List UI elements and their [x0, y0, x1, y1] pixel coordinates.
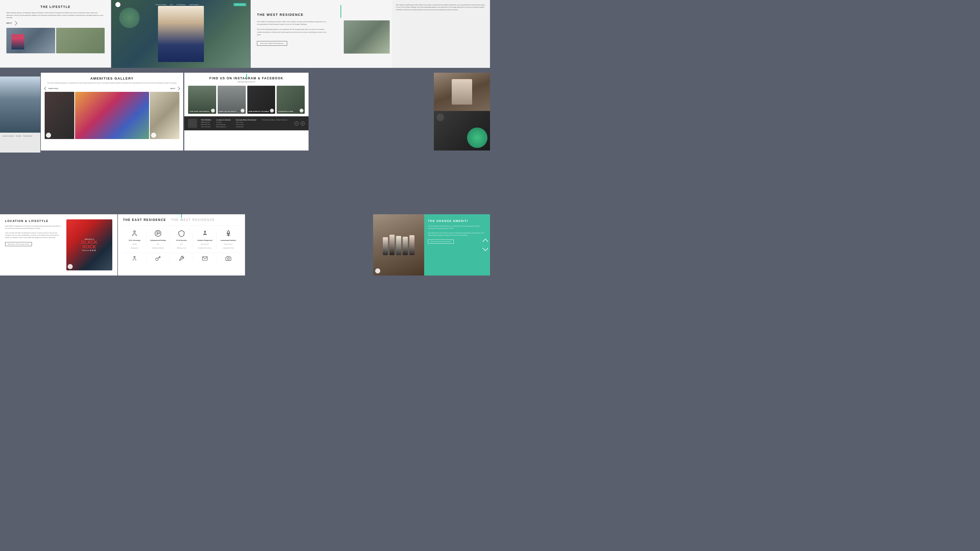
location-panel: LOCATION & LIFESTYLE South Dublin is arg… [0, 214, 118, 275]
nav-link-3[interactable]: East Residence [177, 4, 186, 5]
footer-col2-title: Location & Lifestyle [216, 119, 231, 121]
lifestyle-image-2 [56, 28, 105, 53]
amenities-gallery-panel: AMENITIES GALLERY Set in lush landscaped… [41, 73, 183, 151]
gallery-images [45, 92, 180, 139]
footer-rights: © 2022 Kennedy Wilson. All Rights Reserv… [261, 119, 287, 121]
playground-detail1: Plus Access to [201, 243, 209, 245]
east-residence-panel: THE EAST RESIDENCE THE WEST RESIDENCE 24… [118, 214, 245, 275]
footer-col-2: Location & Lifestyle Amenities East Resi… [216, 119, 231, 127]
west-residence-para2: Set in lush landscaped gardens, your apa… [257, 28, 328, 36]
playground-detail2: Residents' Only Access [198, 247, 212, 249]
gallery-nav: PREVIOUS NEXT [45, 87, 180, 90]
playground-name: Outdoor Playground [197, 239, 212, 241]
grange-prev-arrow[interactable] [483, 239, 488, 245]
discover-local-btn[interactable]: Discover The Local Area [5, 242, 32, 246]
west-residence-title: THE WEST RESIDENCE [257, 13, 386, 17]
svg-point-5 [134, 256, 135, 258]
social-logo-4 [300, 109, 304, 113]
gallery-prev-btn[interactable]: PREVIOUS [45, 87, 59, 90]
grange-discover-btn[interactable]: Discover Our Amenities [428, 240, 454, 244]
gym-top-image [434, 73, 490, 111]
grange-amenities-title: THE GRANGE AMENITI [428, 219, 486, 222]
location-text: LOCATION & LIFESTYLE South Dublin is arg… [5, 219, 62, 270]
bottom-icon-camera [217, 256, 240, 261]
footer-col2-link-2[interactable]: East Residences [216, 124, 231, 125]
hero-panel: Location & Lifestyle Rent East Residence… [111, 0, 250, 68]
grange-next-arrow[interactable] [483, 245, 488, 251]
grange-nav-arrows [484, 240, 487, 250]
social-card-1[interactable]: YOUR TEAM. YOUR SERVICE. [188, 86, 216, 114]
west-residence-tab[interactable]: THE WEST RESIDENCE [171, 218, 215, 222]
grange-logo [375, 268, 380, 273]
right-partial-panel: Don't settle for anything but the best. … [392, 0, 490, 68]
footer-phone: +353 1 255 1001 [201, 126, 211, 127]
gallery-next-btn[interactable]: NEXT [170, 87, 180, 90]
parking-icon [154, 230, 162, 237]
east-residence-title[interactable]: THE EAST RESIDENCE [123, 218, 166, 222]
svg-point-3 [204, 231, 205, 232]
amenities-gallery-title: AMENITIES GALLERY [45, 76, 180, 80]
nav-link-2[interactable]: Rent [170, 4, 173, 5]
footer-col3-link-3[interactable]: Cookie Policy [236, 126, 256, 127]
gardens-detail1: Plus Access to [224, 243, 232, 245]
footer-col2-link-3[interactable]: West Residences [216, 126, 231, 127]
social-card-4[interactable]: A ROOM WITH A VIEW... [277, 86, 305, 114]
next-arrow-icon [13, 21, 17, 25]
location-title: LOCATION & LIFESTYLE [5, 219, 62, 222]
footer-col-1: THE GRANGE Stillorgan Road Dublin A94 X2… [201, 119, 211, 127]
blackrock-name: BLACKROCK [81, 240, 97, 249]
gardens-icon [224, 230, 232, 237]
concierge-icon [130, 230, 138, 237]
lifestyle-images [6, 28, 105, 53]
footer-col3-link-1[interactable]: View on Daft [236, 121, 256, 123]
lifestyle-next-btn[interactable]: NEXT [6, 22, 105, 25]
accent-line [340, 5, 341, 18]
discover-west-btn[interactable]: Discover West Residence [257, 41, 287, 46]
location-logo [68, 264, 73, 269]
hero-nav-links: Location & Lifestyle Rent East Residence… [155, 4, 199, 5]
svg-point-0 [134, 231, 135, 233]
gallery-image-3 [150, 92, 180, 139]
instagram-icon[interactable]: ◻ [301, 121, 305, 125]
grange-amenities-para1: At The Grange by Kennedy Wilson, our ame… [428, 225, 486, 230]
parking-detail1: 24/7 [157, 243, 159, 245]
bottom-icon-tool [170, 256, 193, 261]
interior-nav-link-3[interactable]: East Residence [23, 135, 32, 137]
interior-nav-link-2[interactable]: Amenities [16, 135, 21, 137]
west-residence-image [344, 21, 390, 54]
social-card-3[interactable]: HOME WORKOUT? NO SWEAT. [247, 86, 275, 114]
bottom-icon-person [123, 256, 146, 261]
grid-container: THE LIFESTYLE Within walking distance of… [0, 0, 490, 275]
facebook-icon[interactable]: f [294, 121, 299, 125]
amenity-concierge: 24 hr Concierge On-Site Management [123, 230, 146, 249]
footer-col3-link-2[interactable]: Privacy Policy [236, 124, 256, 125]
gym-panel [434, 73, 490, 151]
security-detail1: 24/7 [180, 243, 183, 245]
east-header: THE EAST RESIDENCE THE WEST RESIDENCE [123, 218, 240, 222]
hero-nav: Location & Lifestyle Rent East Residence… [111, 2, 250, 7]
book-viewing-btn[interactable]: Book a Viewing [234, 3, 246, 6]
footer-brand: THE GRANGE [201, 119, 211, 121]
amenity-parking: Underground Parking 24/7 Additional Prot… [146, 230, 170, 249]
nav-link-4[interactable]: West Residence [189, 4, 199, 5]
footer-col-3: Kennedy Wilson Residential View on Daft … [236, 119, 256, 127]
footer-links: THE GRANGE Stillorgan Road Dublin A94 X2… [201, 119, 291, 127]
social-card-2[interactable]: WORK LIFE? BALANCE R. [218, 86, 246, 114]
bottom-icon-mail [193, 256, 217, 261]
svg-point-6 [228, 258, 229, 260]
gardens-detail2: Leopardstown Park [223, 247, 234, 249]
bottom-icons-row [123, 253, 240, 261]
hero-logo [115, 2, 121, 7]
gallery-logo-1 [46, 133, 51, 138]
svg-point-1 [155, 230, 161, 236]
grange-content: THE GRANGE AMENITI At The Grange by Kenn… [424, 214, 490, 275]
west-residence-para1: Don't settle for anything but the best. … [257, 21, 328, 25]
nav-link-1[interactable]: Location & Lifestyle [155, 4, 166, 5]
social-logo-2 [241, 109, 245, 113]
footer-col2-link-1[interactable]: Amenities [216, 121, 231, 123]
social-footer-logo [188, 119, 197, 128]
interior-nav-link-1[interactable]: Location & Lifestyle [3, 135, 14, 137]
location-para2: Truly a location that offers something f… [5, 232, 62, 239]
hero-image: Location & Lifestyle Rent East Residence… [111, 0, 250, 68]
amenities-gallery-description: Set in lush landscaped gardens, your apa… [45, 82, 180, 84]
